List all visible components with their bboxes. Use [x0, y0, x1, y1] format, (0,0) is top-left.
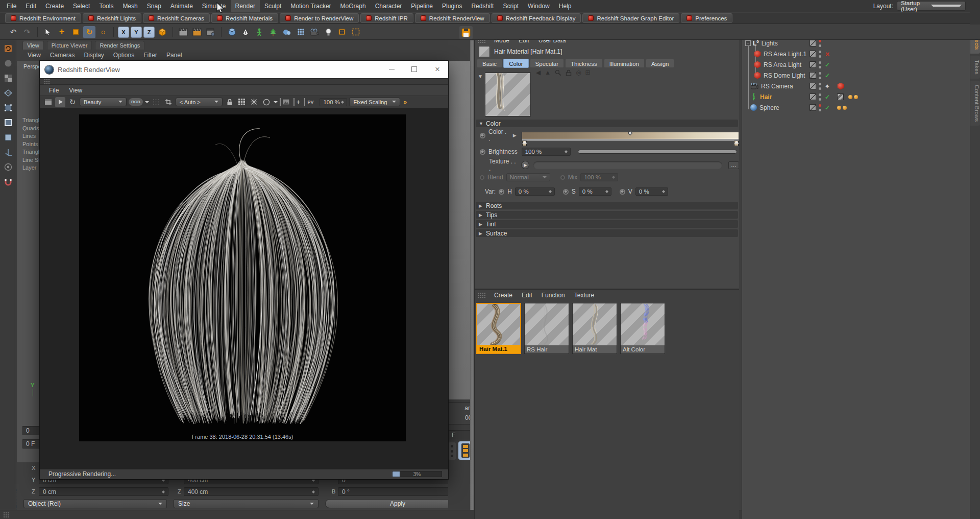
save-image-icon[interactable] — [280, 98, 291, 106]
menu-item[interactable]: Select — [68, 0, 94, 12]
gradient-mid-knot[interactable] — [627, 130, 632, 135]
crop-icon[interactable] — [163, 97, 174, 107]
material-menu-item[interactable]: Create — [490, 292, 517, 299]
keyframe-radio[interactable] — [480, 149, 485, 155]
menu-item[interactable]: Redshift — [467, 0, 498, 12]
enabled-check-icon[interactable]: ✓ — [824, 104, 831, 111]
redshift-command-button[interactable]: Redshift Environment — [5, 13, 81, 23]
viewport-menu-item[interactable]: Options — [109, 51, 138, 60]
color-section-header[interactable]: ▼ Color — [476, 120, 738, 127]
viewport-menu-item[interactable]: View — [23, 51, 45, 60]
render-pass-dropdown[interactable]: Beauty — [80, 98, 127, 106]
lock-icon[interactable] — [566, 69, 572, 76]
last-tool-icon[interactable]: ○ — [97, 26, 109, 38]
figure-object-icon[interactable] — [253, 26, 265, 38]
disabled-cross-icon[interactable]: × — [824, 51, 831, 57]
menu-item[interactable]: Edit — [21, 0, 41, 12]
object-row-rs-dome-light[interactable]: RS Dome Light ✓ — [742, 70, 970, 81]
maximize-button[interactable] — [405, 61, 423, 78]
track-target-icon[interactable]: ◎ — [576, 69, 581, 76]
menu-item[interactable]: MoGraph — [336, 0, 371, 12]
menu-item[interactable]: Mesh — [118, 0, 142, 12]
start-render-icon[interactable] — [55, 97, 65, 107]
viewport-menu-item[interactable]: Cameras — [46, 51, 79, 60]
edges-mode-icon[interactable] — [2, 116, 14, 129]
panel-splitter[interactable] — [470, 40, 474, 519]
collapsed-section-header[interactable]: ▶ Roots — [476, 202, 738, 209]
points-mode-icon[interactable] — [2, 102, 14, 114]
redshift-command-button[interactable]: Redshift Lights — [83, 13, 141, 23]
make-editable-icon[interactable] — [2, 42, 14, 55]
object-row-rs-camera[interactable]: RS Camera ⌖ — [742, 81, 970, 91]
size-mode-dropdown[interactable]: Size — [174, 499, 318, 508]
menu-item[interactable]: Motion Tracker — [286, 0, 335, 12]
layer-square-icon[interactable] — [810, 40, 816, 46]
array-icon[interactable] — [295, 26, 307, 38]
menu-item[interactable]: Pipeline — [406, 0, 437, 12]
light-object-icon[interactable] — [322, 26, 334, 38]
axis-lock-x-button[interactable]: X — [118, 27, 129, 38]
window-titlebar[interactable]: Redshift RenderView × — [40, 61, 448, 78]
viewport-menu-item[interactable]: Panel — [162, 51, 186, 60]
toolbar-overflow-icon[interactable]: » — [403, 99, 407, 106]
material-menu-item[interactable]: Edit — [518, 292, 536, 299]
menu-item[interactable]: File — [2, 0, 21, 12]
add-snapshot-icon[interactable]: + — [293, 98, 303, 106]
layer-square-icon[interactable] — [810, 72, 816, 79]
viewport-menu-item[interactable]: Filter — [139, 51, 161, 60]
menu-item[interactable]: Character — [371, 0, 407, 12]
material-item-hair-mat[interactable]: Hair Mat — [572, 303, 617, 354]
tag-icon[interactable] — [837, 106, 841, 110]
menu-item[interactable]: Tools — [94, 0, 118, 12]
metaball-icon[interactable] — [281, 26, 293, 38]
scaling-dropdown[interactable]: Fixed Scaling — [349, 98, 400, 106]
viewport-tab[interactable]: View — [22, 41, 44, 50]
hair-tag-icon[interactable] — [854, 95, 858, 99]
layer-square-icon[interactable] — [810, 83, 816, 89]
material-section-tab[interactable]: Illumination — [604, 59, 645, 68]
save-icon[interactable] — [459, 26, 473, 39]
redshift-command-button[interactable]: Redshift Cameras — [143, 13, 210, 23]
redshift-command-button[interactable]: Render to RenderView — [280, 13, 359, 23]
material-menu-item[interactable]: Texture — [570, 292, 598, 299]
enabled-check-icon[interactable]: ✓ — [824, 72, 831, 79]
chevron-down-icon[interactable] — [145, 101, 149, 105]
region-dropdown[interactable]: < Auto > — [176, 98, 223, 106]
object-row-hair[interactable]: Hair ✓ — [742, 91, 970, 102]
search-icon[interactable] — [555, 69, 561, 76]
redshift-command-button[interactable]: Redshift IPR — [360, 13, 413, 23]
move-tool-icon[interactable]: + — [56, 26, 68, 38]
circle-overlay-icon[interactable] — [261, 97, 272, 107]
restart-render-icon[interactable]: ↻ — [67, 97, 78, 107]
material-section-tab[interactable]: Specular — [530, 59, 564, 68]
render-view-icon[interactable] — [177, 26, 189, 38]
material-section-tab[interactable]: Color — [503, 59, 528, 68]
redshift-command-button[interactable]: Redshift RenderView — [415, 13, 490, 23]
collapsed-section-header[interactable]: ▶ Surface — [476, 229, 738, 237]
history-back-icon[interactable]: ◀ — [536, 69, 541, 76]
lock-icon[interactable] — [225, 97, 235, 107]
camera-object-icon[interactable] — [308, 26, 321, 38]
gradient-right-knot[interactable] — [734, 140, 739, 146]
workplane-mode-icon[interactable] — [2, 87, 14, 99]
layer-square-icon[interactable] — [810, 51, 816, 57]
renderview-menu-item[interactable]: View — [64, 87, 87, 94]
keyframe-radio[interactable] — [480, 133, 485, 138]
dock-tab[interactable]: Content Brows — [970, 81, 980, 126]
visibility-dots[interactable] — [819, 51, 821, 58]
material-item-hair-mat-1[interactable]: Hair Mat.1 — [476, 303, 521, 354]
spline-pen-icon[interactable] — [239, 26, 252, 38]
material-item-rs-hair[interactable]: RS Hair — [524, 303, 569, 354]
menu-item[interactable]: Simulate — [198, 0, 231, 12]
grid-icon[interactable] — [237, 97, 247, 107]
brightness-field[interactable]: 100 % — [522, 148, 571, 156]
redshift-command-button[interactable]: Redshift Shader Graph Editor — [582, 13, 679, 23]
enable-axis-icon[interactable] — [2, 146, 14, 158]
material-tag-icon[interactable] — [837, 93, 844, 100]
visibility-dots[interactable] — [819, 72, 821, 79]
tree-object-icon[interactable] — [267, 26, 279, 38]
object-row-rs-area-light[interactable]: RS Area Light ✓ — [742, 59, 970, 70]
new-panel-icon[interactable]: ⊞ — [585, 69, 591, 76]
object-row-rs-area-light-1[interactable]: RS Area Light.1 × — [742, 49, 970, 59]
send-to-picture-viewer-icon[interactable]: PV — [304, 98, 315, 106]
